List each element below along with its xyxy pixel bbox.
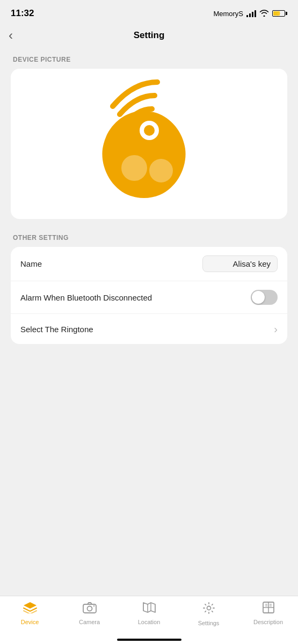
name-label: Name xyxy=(20,259,202,268)
signal-icon xyxy=(246,10,256,17)
other-setting-label: OTHER SETTING xyxy=(13,234,287,241)
tab-location[interactable]: Location xyxy=(130,602,168,625)
settings-tab-icon xyxy=(202,602,215,618)
name-input[interactable] xyxy=(202,255,278,272)
location-tab-icon xyxy=(142,602,156,617)
tab-camera[interactable]: Camera xyxy=(71,602,108,625)
alarm-bluetooth-row: Alarm When Bluetooth Disconnected xyxy=(11,281,287,314)
memory-label: MemoryS xyxy=(213,10,243,18)
wifi-icon xyxy=(259,9,269,18)
toggle-knob xyxy=(252,291,265,304)
location-tab-label: Location xyxy=(138,619,161,625)
battery-icon: ⚡ xyxy=(272,10,287,17)
name-row: Name xyxy=(11,247,287,281)
main-content: DEVICE PICTURE OTHER SETTING xyxy=(0,47,298,353)
status-bar: 11:32 MemoryS ⚡ xyxy=(0,0,298,24)
settings-card: Name Alarm When Bluetooth Disconnected S… xyxy=(11,247,287,344)
device-picture-card xyxy=(11,69,287,219)
settings-tab-label: Settings xyxy=(198,620,220,626)
svg-point-5 xyxy=(87,606,92,611)
device-image xyxy=(90,79,208,208)
device-illustration xyxy=(90,79,208,208)
description-tab-icon xyxy=(262,602,275,617)
status-right: MemoryS ⚡ xyxy=(213,9,287,18)
nav-header: ‹ Setting xyxy=(0,24,298,47)
svg-point-9 xyxy=(207,606,210,610)
device-tab-label: Device xyxy=(21,619,39,625)
svg-point-3 xyxy=(149,159,173,182)
tab-settings[interactable]: Settings xyxy=(190,602,228,626)
alarm-bluetooth-toggle[interactable] xyxy=(251,290,278,305)
svg-point-2 xyxy=(121,155,147,181)
svg-point-6 xyxy=(93,605,94,606)
chevron-right-icon: › xyxy=(274,323,278,335)
ringtone-label: Select The Ringtone xyxy=(20,325,274,334)
device-tab-icon xyxy=(23,602,37,617)
camera-tab-label: Camera xyxy=(79,619,100,625)
page-title: Setting xyxy=(134,30,165,41)
tab-description[interactable]: Description xyxy=(250,602,287,625)
home-indicator xyxy=(117,639,181,641)
device-picture-label: DEVICE PICTURE xyxy=(13,56,287,63)
back-button[interactable]: ‹ xyxy=(9,28,13,43)
tab-bar: Device Camera Location xyxy=(0,596,298,644)
description-tab-label: Description xyxy=(253,619,283,625)
status-time: 11:32 xyxy=(11,8,34,19)
camera-tab-icon xyxy=(83,602,97,617)
alarm-bluetooth-label: Alarm When Bluetooth Disconnected xyxy=(20,293,251,302)
svg-point-1 xyxy=(144,125,155,136)
tab-device[interactable]: Device xyxy=(11,602,49,625)
ringtone-row[interactable]: Select The Ringtone › xyxy=(11,314,287,344)
